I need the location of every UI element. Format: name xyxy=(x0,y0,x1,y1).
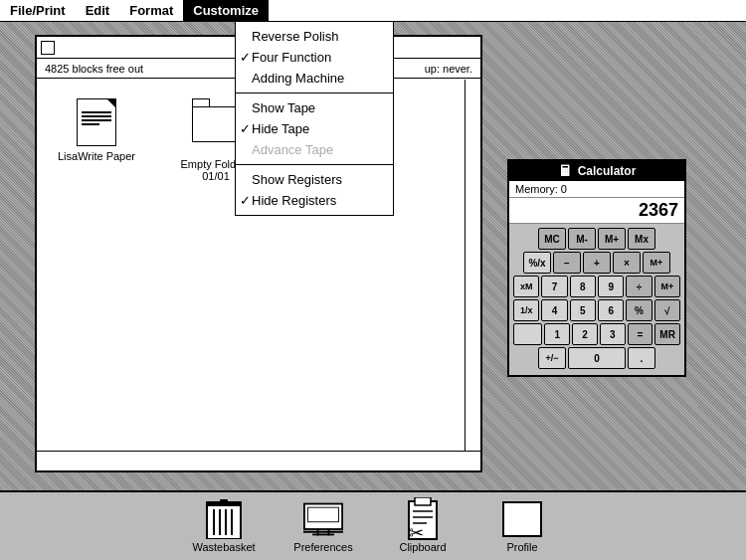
menu-item-reverse-polish[interactable]: Reverse Polish xyxy=(236,26,393,47)
calc-7-button[interactable]: 7 xyxy=(541,276,567,297)
calc-minus-button[interactable]: − xyxy=(553,252,581,274)
svg-text:✂: ✂ xyxy=(409,523,424,541)
taskbar-label-clipboard: Clipboard xyxy=(399,541,446,553)
calc-1-button[interactable]: 1 xyxy=(544,323,570,345)
calc-xm-button[interactable]: xM xyxy=(513,276,539,297)
calc-equals-button[interactable]: = xyxy=(628,323,653,345)
calc-mr-button[interactable]: MR xyxy=(654,323,680,345)
menu-item-adding-machine[interactable]: Adding Machine xyxy=(236,68,393,89)
calc-mplus3-button[interactable]: M+ xyxy=(654,276,680,297)
calc-icon: 🖩 xyxy=(558,163,572,179)
calc-row-789: xM 7 8 9 ÷ M+ xyxy=(513,276,680,297)
calc-mc-button[interactable]: MC xyxy=(538,228,566,250)
customize-dropdown: Reverse Polish Four Function Adding Mach… xyxy=(235,22,394,216)
menu-format[interactable]: Format xyxy=(119,0,183,21)
info-blocks-free: 4825 blocks free out xyxy=(45,63,143,75)
taskbar-item-profile[interactable]: Profile xyxy=(487,499,557,553)
taskbar-item-wastebasket[interactable]: Wastebasket xyxy=(189,499,259,553)
calc-divide-button[interactable]: ÷ xyxy=(626,276,652,297)
calc-pct-x-button[interactable]: %/x xyxy=(523,252,551,274)
calc-mplus-button[interactable]: M+ xyxy=(598,228,626,250)
clipboard-icon: ✂ xyxy=(403,499,443,539)
calc-3-button[interactable]: 3 xyxy=(600,323,626,345)
menu-item-show-tape[interactable]: Show Tape xyxy=(236,97,393,118)
window-bottom-bar xyxy=(37,451,480,470)
taskbar-label-profile: Profile xyxy=(506,541,537,553)
calc-mx-button[interactable]: Mx xyxy=(628,228,655,250)
calc-space-button xyxy=(513,323,542,345)
calc-mminus-button[interactable]: M- xyxy=(568,228,596,250)
list-item[interactable]: LisaWrite Paper xyxy=(57,98,136,182)
window-close-button[interactable] xyxy=(41,41,55,55)
menu-item-hide-registers[interactable]: Hide Registers xyxy=(236,190,393,211)
calc-titlebar: 🖩 Calculator xyxy=(509,161,684,181)
calc-value: 2367 xyxy=(639,200,678,220)
calculator-window: 🖩 Calculator Memory: 0 2367 MC M- M+ Mx … xyxy=(507,159,686,377)
menu-item-hide-tape[interactable]: Hide Tape xyxy=(236,118,393,139)
calc-buttons: MC M- M+ Mx %/x − + × M+ xM 7 8 9 ÷ M+ xyxy=(509,224,684,375)
menu-item-advance-tape: Advance Tape xyxy=(236,139,393,160)
calc-memory-display: Memory: 0 xyxy=(509,181,684,198)
calc-8-button[interactable]: 8 xyxy=(570,276,596,297)
folder-icon xyxy=(192,106,240,154)
taskbar-label-wastebasket: Wastebasket xyxy=(192,541,255,553)
calc-mplus2-button[interactable]: M+ xyxy=(643,252,670,274)
menubar: File/Print Edit Format Customize xyxy=(0,0,746,22)
calc-title: Calculator xyxy=(578,164,637,178)
calc-sign-button[interactable]: +/− xyxy=(538,347,566,369)
svg-rect-0 xyxy=(207,505,241,539)
calc-memory-label: Memory: 0 xyxy=(515,183,567,195)
calc-2-button[interactable]: 2 xyxy=(572,323,598,345)
dropdown-separator-2 xyxy=(236,164,393,165)
calc-row-0: +/− 0 . xyxy=(513,347,680,369)
item-label: LisaWrite Paper xyxy=(58,150,135,162)
calc-row-456: 1/x 4 5 6 % √ xyxy=(513,299,680,321)
desktop: File/Print Edit Format Customize Reverse… xyxy=(0,0,746,560)
wastebasket-icon xyxy=(204,499,244,539)
calc-row-123: 1 2 3 = MR xyxy=(513,323,680,345)
calc-6-button[interactable]: 6 xyxy=(598,299,624,321)
svg-rect-14 xyxy=(415,497,431,505)
calc-plus-button[interactable]: + xyxy=(583,252,611,274)
svg-rect-2 xyxy=(220,499,228,502)
profile-box xyxy=(502,501,542,537)
calc-row-ops: %/x − + × M+ xyxy=(513,252,680,274)
menu-item-four-function[interactable]: Four Function xyxy=(236,47,393,68)
calc-9-button[interactable]: 9 xyxy=(598,276,624,297)
taskbar-item-clipboard[interactable]: ✂ Clipboard xyxy=(388,499,458,553)
taskbar-item-preferences[interactable]: Preferences xyxy=(288,499,358,553)
document-icon xyxy=(77,98,116,146)
menu-item-show-registers[interactable]: Show Registers xyxy=(236,169,393,190)
window-scrollbar[interactable] xyxy=(465,80,480,451)
menu-file-print[interactable]: File/Print xyxy=(0,0,76,21)
svg-rect-8 xyxy=(308,507,339,522)
dropdown-separator-1 xyxy=(236,93,393,93)
calc-5-button[interactable]: 5 xyxy=(570,299,596,321)
menu-edit[interactable]: Edit xyxy=(76,0,120,21)
profile-icon xyxy=(502,499,542,539)
calc-number-display: 2367 xyxy=(509,198,684,224)
taskbar: Wastebasket Preferences xyxy=(0,490,746,560)
calc-0-button[interactable]: 0 xyxy=(568,347,626,369)
calc-pct-button[interactable]: % xyxy=(626,299,652,321)
preferences-icon xyxy=(303,499,343,539)
taskbar-label-preferences: Preferences xyxy=(293,541,352,553)
calc-dot-button[interactable]: . xyxy=(628,347,655,369)
calc-4-button[interactable]: 4 xyxy=(541,299,567,321)
calc-inv-button[interactable]: 1/x xyxy=(513,299,539,321)
calc-sqrt-button[interactable]: √ xyxy=(654,299,680,321)
info-backup: up: never. xyxy=(425,63,472,75)
menu-customize[interactable]: Customize xyxy=(183,0,269,21)
calc-multiply-button[interactable]: × xyxy=(613,252,641,274)
calc-row-memory: MC M- M+ Mx xyxy=(513,228,680,250)
